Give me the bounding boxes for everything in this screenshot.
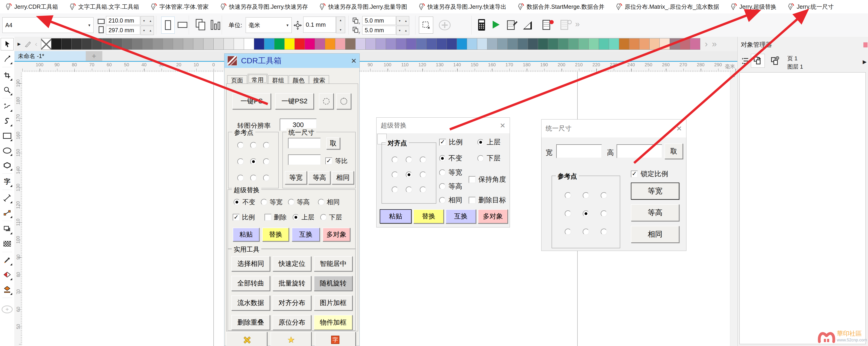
color-swatch[interactable] [659,38,670,50]
utility-button[interactable]: 图片加框 [314,296,352,311]
ref-point-radio[interactable] [263,159,270,165]
lower-radio-row[interactable]: 下层 [320,213,342,222]
align-point-radio[interactable] [420,157,426,163]
tools-settings-button[interactable] [226,332,267,346]
ratio-checkbox[interactable] [326,158,332,164]
polygon-tool-icon[interactable] [0,158,14,173]
align-point-radio[interactable] [406,157,412,163]
color-swatch[interactable] [183,38,193,50]
dotted-circle-button[interactable] [336,93,351,109]
delete-checkbox[interactable] [265,214,272,221]
macro-menu-item[interactable]: 文字工具箱.文字.工具箱 [69,3,139,10]
color-eyedropper-tool-icon[interactable] [0,253,14,268]
close-icon[interactable]: ✕ [676,125,682,133]
utility-button[interactable]: 物件加框 [314,315,352,330]
ref-point-radio[interactable] [583,229,589,235]
pick-tool-icon[interactable] [0,37,14,51]
dialog-titlebar[interactable]: CDR工具箱 ✕ [224,54,360,68]
utility-button[interactable]: 流水数据 [231,296,270,311]
equal-width-button[interactable]: 等宽 [631,182,679,200]
macro-menu-item[interactable]: 快速另存及导图.Jerry.批量导图 [318,3,407,10]
same-radio[interactable] [439,197,446,204]
ref-point-radio[interactable] [237,175,244,181]
utility-button[interactable]: 批量旋转 [273,276,311,291]
macro-menu-item[interactable]: Jerry.统一尺寸 [787,3,834,10]
toolbox-tab[interactable]: 颜色 [289,75,309,83]
keep-radio-selected[interactable] [439,155,446,162]
spin-up-icon[interactable]: ▴ [150,29,151,32]
equal-width-radio[interactable] [439,169,446,176]
freehand-tool-icon[interactable] [0,99,14,114]
color-swatch[interactable] [670,38,680,50]
spin-up-icon[interactable]: ▴ [405,29,407,32]
rectangle-tool-icon[interactable] [0,129,14,143]
color-swatch[interactable] [690,38,700,50]
layer-label[interactable]: 图层 1 [787,63,803,70]
color-swatch[interactable] [609,38,619,50]
units-combobox[interactable]: 毫米 ▼ [246,17,292,33]
record-macro-icon[interactable] [542,19,555,31]
zoom-tool-icon[interactable] [0,83,14,97]
take-size-button[interactable]: 取 [326,137,340,149]
color-swatch[interactable] [102,38,112,50]
spin-down-icon[interactable]: ▾ [399,19,401,23]
text-tool-icon[interactable]: 字 [0,174,14,189]
toolbox-tab[interactable]: 常用 [248,74,268,83]
ref-point-radio[interactable] [237,159,244,165]
keep-radio-row[interactable]: 不变 [234,198,255,207]
toolbar-overflow-icon[interactable]: » [575,19,580,29]
color-swatch[interactable] [213,38,224,50]
interactive-fill-tool-icon[interactable] [0,268,14,282]
show-hide-layers-icon[interactable] [770,56,780,66]
macro-menu-item[interactable]: 字体管家.字体.管家 [150,3,209,10]
font-tool-button[interactable]: 字 [315,332,356,346]
same-radio-row[interactable]: 相同 [318,198,340,207]
color-swatch[interactable] [518,38,528,50]
color-swatch[interactable] [376,38,386,50]
macro-menu-item[interactable]: 原位分布.Matrix_.原位分布_流水数据 [615,3,719,10]
lower-radio-row[interactable]: 下层 [477,153,500,163]
color-swatch[interactable] [163,38,173,50]
color-swatch[interactable] [234,38,244,50]
align-point-radio[interactable] [420,172,426,178]
toolbox-tab[interactable]: 搜索 [309,75,329,83]
color-swatch[interactable] [396,38,406,50]
ref-point-radio[interactable] [565,229,571,235]
page-width-spinner[interactable]: ▾ ▴ [141,16,154,25]
keep-angle-checkbox[interactable] [469,176,475,183]
equal-width-radio-row[interactable]: 等宽 [261,198,282,207]
color-swatch[interactable] [173,38,183,50]
color-swatch[interactable] [599,38,609,50]
vertical-scrollbar[interactable]: ▲ [730,72,738,346]
utility-button[interactable]: 选择相同 [231,256,270,271]
new-document-tab-button[interactable]: + [86,51,102,61]
color-swatch[interactable] [143,38,153,50]
color-swatch[interactable] [294,38,305,50]
multi-object-button[interactable]: 多对象 [478,209,508,223]
ref-point-radio[interactable] [583,192,589,199]
color-swatch[interactable] [538,38,548,50]
spin-up-icon[interactable]: ▴ [340,18,341,22]
one-key-ps-button[interactable]: 一键PS [232,93,271,109]
color-swatch[interactable] [487,38,497,50]
lock-ratio-checkbox[interactable] [631,171,638,177]
paste-button[interactable]: 粘贴 [380,209,411,223]
macro-manager-icon[interactable] [477,19,486,31]
color-swatch[interactable] [680,38,690,50]
utility-button[interactable]: 全部转曲 [231,276,270,291]
same-size-button[interactable]: 相同 [332,171,354,184]
color-swatch[interactable] [92,38,102,50]
unify-height-input[interactable] [288,154,321,165]
upper-radio-row[interactable]: 上层 [477,137,500,147]
swap-button[interactable]: 互换 [446,209,476,223]
upper-radio-row[interactable]: 上层 [292,213,314,222]
keep-angle-checkbox-row[interactable]: 保持角度 [469,175,506,184]
utility-button[interactable]: 快速定位 [273,256,311,271]
color-swatch[interactable] [507,38,518,50]
same-size-button[interactable]: 相同 [631,226,679,243]
edit-macro-icon[interactable] [506,19,518,31]
color-swatch[interactable] [467,38,477,50]
dialog-titlebar[interactable]: 统一尺寸 ✕ [541,119,686,137]
ref-point-radio[interactable] [263,175,270,181]
utility-button[interactable]: 智能居中 [314,256,352,271]
